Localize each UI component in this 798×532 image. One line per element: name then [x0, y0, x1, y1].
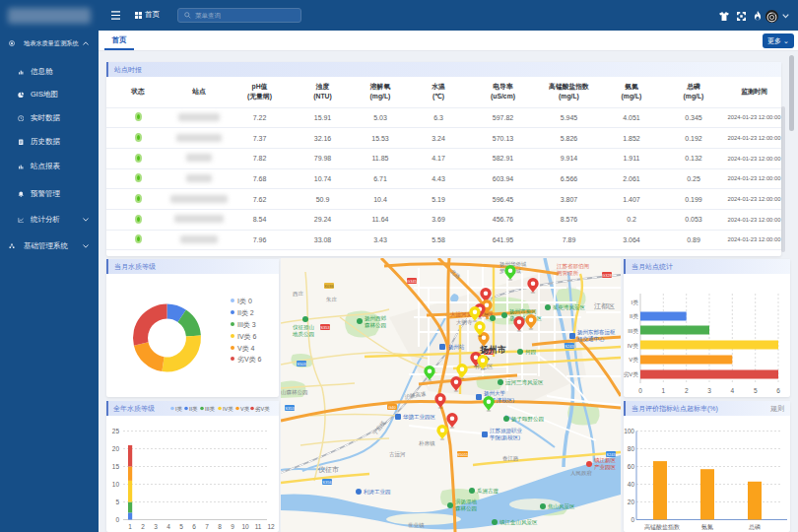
svg-text:9: 9 — [231, 523, 234, 530]
svg-text:5: 5 — [754, 387, 758, 394]
svg-text:扬州西郊: 扬州西郊 — [365, 315, 387, 322]
svg-text:扬子颐野公园: 扬子颐野公园 — [511, 416, 544, 423]
svg-text:10: 10 — [241, 523, 249, 530]
svg-text:I类: I类 — [175, 406, 183, 412]
svg-text:V类 4: V类 4 — [237, 345, 255, 352]
svg-text:1: 1 — [128, 523, 132, 530]
svg-text:学院(新校区): 学院(新校区) — [490, 434, 520, 441]
svg-text:瓜洲古渡: 瓜洲古渡 — [477, 488, 499, 495]
svg-text:扬州市蜀冈: 扬州市蜀冈 — [509, 308, 537, 315]
svg-text:运河三湾风景区: 运河三湾风景区 — [505, 379, 544, 386]
svg-text:V类: V类 — [240, 406, 250, 412]
svg-text:仪征市: 仪征市 — [318, 465, 339, 474]
svg-text:S503: S503 — [297, 362, 306, 366]
svg-text:12: 12 — [267, 523, 275, 530]
svg-text:G40: G40 — [388, 405, 396, 410]
svg-text:I类: I类 — [632, 299, 639, 305]
svg-text:0: 0 — [631, 516, 634, 523]
svg-text:II类: II类 — [189, 406, 198, 412]
svg-text:焦山风景区: 焦山风景区 — [548, 503, 575, 509]
svg-text:3: 3 — [707, 387, 711, 394]
svg-text:人民政府: 人民政府 — [570, 470, 593, 476]
svg-text:25: 25 — [112, 428, 120, 434]
svg-text:4: 4 — [730, 387, 734, 394]
svg-text:G345: G345 — [407, 279, 418, 284]
svg-text:11: 11 — [255, 523, 262, 530]
svg-text:仪征捺山: 仪征捺山 — [293, 324, 314, 331]
svg-text:G328: G328 — [602, 273, 613, 278]
svg-text:西庄: 西庄 — [293, 291, 304, 298]
svg-text:劣V类 6: 劣V类 6 — [237, 356, 262, 364]
svg-text:II类: II类 — [630, 313, 638, 319]
svg-text:8: 8 — [218, 523, 222, 530]
svg-text:劣V类: 劣V类 — [624, 371, 638, 378]
svg-text:II类 2: II类 2 — [237, 309, 254, 316]
svg-text:朱庄: 朱庄 — [326, 297, 338, 302]
svg-text:I类 0: I类 0 — [237, 298, 252, 304]
svg-text:氨氮: 氨氮 — [701, 523, 713, 530]
svg-text:40: 40 — [628, 481, 635, 488]
svg-text:春江路: 春江路 — [502, 455, 519, 462]
svg-text:5: 5 — [115, 499, 119, 505]
svg-text:镇江金山风景区: 镇江金山风景区 — [499, 519, 538, 526]
svg-text:IV类: IV类 — [223, 406, 233, 412]
svg-text:森林公园: 森林公园 — [455, 505, 477, 512]
svg-text:高锰酸盐指数: 高锰酸盐指数 — [644, 523, 680, 531]
svg-text:扬州大学: 扬州大学 — [484, 390, 506, 397]
svg-text:S353: S353 — [285, 406, 295, 411]
svg-text:0: 0 — [638, 387, 642, 394]
svg-text:地质公园: 地质公园 — [292, 331, 314, 338]
svg-text:S353: S353 — [320, 325, 330, 330]
svg-text:茱萸湾风景区: 茱萸湾风景区 — [553, 304, 586, 311]
svg-text:江苏省邵伯闸: 江苏省邵伯闸 — [557, 263, 589, 270]
svg-text:产业园区: 产业园区 — [594, 464, 617, 471]
svg-text:总磷: 总磷 — [748, 524, 761, 530]
svg-text:扬州东部客运枢: 扬州东部客运枢 — [577, 329, 616, 336]
svg-text:2: 2 — [141, 523, 145, 530]
svg-text:何园: 何园 — [525, 349, 536, 356]
svg-text:2: 2 — [685, 387, 689, 394]
svg-text:15: 15 — [112, 463, 120, 470]
svg-text:20: 20 — [112, 445, 120, 452]
svg-text:60: 60 — [628, 463, 635, 470]
svg-text:6: 6 — [192, 523, 196, 530]
svg-text:X036: X036 — [324, 284, 334, 289]
svg-text:6: 6 — [776, 387, 780, 394]
svg-text:利涛工业园: 利涛工业园 — [364, 489, 391, 496]
svg-text:江苏旅游职业: 江苏旅游职业 — [490, 428, 523, 434]
svg-text:IV类 6: IV类 6 — [237, 333, 257, 340]
svg-text:S243: S243 — [565, 344, 574, 349]
svg-text:III类 3: III类 3 — [237, 321, 256, 328]
svg-text:扬州站: 扬州站 — [448, 344, 465, 351]
svg-text:III类: III类 — [205, 406, 216, 412]
svg-text:100: 100 — [624, 428, 634, 434]
svg-text:纽交通中心: 纽交通中心 — [577, 335, 605, 342]
svg-text:润扬湿地: 润扬湿地 — [455, 499, 478, 505]
svg-text:S356: S356 — [322, 480, 332, 485]
svg-text:1: 1 — [661, 387, 665, 394]
svg-text:V类: V类 — [629, 357, 638, 363]
svg-text:20: 20 — [628, 499, 635, 505]
svg-text:5: 5 — [179, 523, 183, 530]
svg-text:80: 80 — [628, 445, 635, 452]
svg-text:大明寺: 大明寺 — [456, 319, 473, 325]
svg-text:S243: S243 — [606, 452, 616, 457]
svg-text:世业镇: 世业镇 — [408, 522, 425, 528]
svg-text:闸管理所: 闸管理所 — [557, 270, 579, 277]
svg-text:朴席镇: 朴席镇 — [418, 440, 435, 446]
svg-text:7: 7 — [205, 523, 209, 530]
svg-text:IV类: IV类 — [628, 343, 638, 349]
svg-text:4: 4 — [166, 523, 170, 530]
svg-text:10: 10 — [112, 481, 120, 488]
svg-text:3: 3 — [154, 523, 158, 530]
svg-text:S5011: S5011 — [457, 452, 469, 457]
svg-text:山森林公园: 山森林公园 — [281, 389, 308, 396]
svg-text:劣V类: 劣V类 — [255, 406, 270, 413]
svg-text:森林公园: 森林公园 — [365, 322, 386, 329]
svg-text:III类: III类 — [628, 328, 638, 334]
svg-text:古运河: 古运河 — [389, 451, 406, 458]
svg-text:江都区: 江都区 — [594, 302, 615, 310]
svg-text:华搪工业园区: 华搪工业园区 — [403, 414, 436, 421]
svg-text:0: 0 — [115, 516, 119, 523]
svg-text:镇江新区: 镇江新区 — [594, 457, 617, 464]
